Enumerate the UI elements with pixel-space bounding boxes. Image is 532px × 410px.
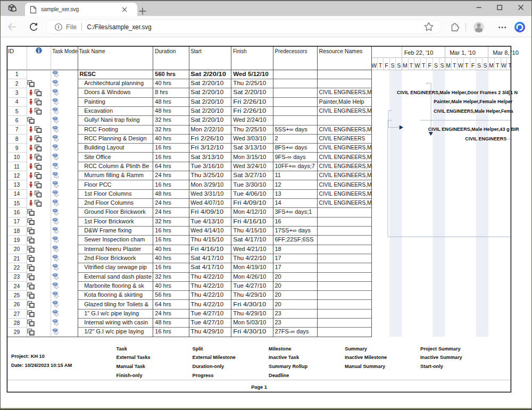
svg-text:8FS+∞ days: 8FS+∞ days xyxy=(275,144,307,150)
svg-text:1st Floor Brickwork: 1st Floor Brickwork xyxy=(84,218,134,224)
svg-text:Sat 3/27/10: Sat 3/27/10 xyxy=(233,172,266,178)
svg-text:T: T xyxy=(410,62,413,69)
svg-text:Wed 3/24/10: Wed 3/24/10 xyxy=(233,163,266,169)
svg-text:Painter,Male Helper,Female Hel: Painter,Male Helper,Female Helper xyxy=(434,99,512,104)
svg-text:48 hrs: 48 hrs xyxy=(155,107,171,114)
svg-text:8: 8 xyxy=(15,136,19,142)
svg-text:32 hrs: 32 hrs xyxy=(155,218,171,224)
svg-text:Mon 4/19/10: Mon 4/19/10 xyxy=(233,264,266,270)
svg-text:28: 28 xyxy=(14,320,20,326)
svg-text:Tue 3/16/10: Tue 3/16/10 xyxy=(190,163,223,169)
svg-text:M: M xyxy=(446,62,451,69)
svg-text:Murrum filling & Ramm: Murrum filling & Ramm xyxy=(84,172,144,178)
svg-text:29: 29 xyxy=(14,329,20,335)
svg-text:17SS+∞ days: 17SS+∞ days xyxy=(275,227,311,233)
svg-text:Duration-only: Duration-only xyxy=(193,364,225,369)
svg-text:M: M xyxy=(489,62,494,69)
svg-text:32 hrs: 32 hrs xyxy=(155,273,171,280)
svg-text:External sand dash plaste: External sand dash plaste xyxy=(84,273,152,280)
svg-text:CIVIL ENGINEERS,M: CIVIL ENGINEERS,M xyxy=(319,144,372,150)
svg-text:Thu 4/29/10: Thu 4/29/10 xyxy=(233,310,266,316)
svg-text:S: S xyxy=(440,62,444,69)
svg-text:Fri 4/16/10: Fri 4/16/10 xyxy=(190,246,223,252)
svg-text:Internal wiring with casin: Internal wiring with casin xyxy=(84,319,148,325)
svg-text:Building Layout: Building Layout xyxy=(84,144,124,150)
svg-text:RCC Column & Plinth Be: RCC Column & Plinth Be xyxy=(84,163,149,169)
svg-text:5: 5 xyxy=(15,108,19,114)
svg-text:Thu 2/25/10: Thu 2/25/10 xyxy=(233,80,266,86)
svg-text:Split: Split xyxy=(193,346,203,352)
svg-text:M: M xyxy=(403,62,408,69)
svg-text:Fri 2/26/10: Fri 2/26/10 xyxy=(233,107,266,114)
svg-text:15: 15 xyxy=(14,200,20,206)
svg-text:Tue 4/27/10: Tue 4/27/10 xyxy=(190,319,223,325)
svg-text:Floor PCC: Floor PCC xyxy=(84,181,111,188)
svg-text:T: T xyxy=(422,62,426,69)
svg-text:24 hrs: 24 hrs xyxy=(155,310,171,316)
svg-text:18: 18 xyxy=(275,246,281,252)
svg-text:Thu 4/15/10: Thu 4/15/10 xyxy=(190,236,223,242)
svg-text:18: 18 xyxy=(14,228,20,234)
svg-text:27FS-∞ days: 27FS-∞ days xyxy=(275,328,310,334)
svg-text:CIVIL ENGINEERS,M: CIVIL ENGINEERS,M xyxy=(319,181,372,188)
svg-text:1" G.I w/c pipe laying: 1" G.I w/c pipe laying xyxy=(84,310,139,316)
svg-text:C:/Files/sample_xer.svg: C:/Files/sample_xer.svg xyxy=(87,23,152,31)
svg-text:CIVIL ENGINEERS,M: CIVIL ENGINEERS,M xyxy=(319,126,372,132)
svg-text:Sewer Inspection cham: Sewer Inspection cham xyxy=(84,236,145,242)
svg-text:4: 4 xyxy=(15,99,19,105)
svg-text:14: 14 xyxy=(14,191,20,197)
svg-text:23: 23 xyxy=(275,310,281,316)
svg-text:2nd Floor Columns: 2nd Floor Columns xyxy=(84,199,134,206)
svg-text:40 hrs: 40 hrs xyxy=(155,255,171,261)
svg-text:6: 6 xyxy=(15,118,19,123)
svg-text:Fri 2/26/10: Fri 2/26/10 xyxy=(190,135,223,141)
svg-text:1: 1 xyxy=(15,71,19,77)
svg-text:F: F xyxy=(428,62,431,69)
svg-text:Finish-only: Finish-only xyxy=(117,373,143,378)
svg-text:Fri 2/26/10: Fri 2/26/10 xyxy=(233,98,266,105)
svg-text:26: 26 xyxy=(14,302,20,307)
svg-text:D&W Frame fixing: D&W Frame fixing xyxy=(84,227,131,233)
svg-text:Sat 4/17/10: Sat 4/17/10 xyxy=(233,236,266,242)
svg-text:Sat 3/13/10: Sat 3/13/10 xyxy=(233,144,266,150)
svg-text:CIVIL ENGINEERS,M: CIVIL ENGINEERS,M xyxy=(319,190,372,197)
svg-text:16: 16 xyxy=(14,210,20,215)
svg-text:Milestone: Milestone xyxy=(269,346,291,352)
svg-text:Doors & Windows: Doors & Windows xyxy=(84,89,131,95)
svg-text:Date: 10/26/2023 10:15 AM: Date: 10/26/2023 10:15 AM xyxy=(11,363,72,368)
svg-text:Mon 3/15/10: Mon 3/15/10 xyxy=(233,154,266,160)
svg-text:56 hrs: 56 hrs xyxy=(155,291,171,298)
svg-text:Sat 4/17/10: Sat 4/17/10 xyxy=(190,255,223,261)
svg-text:3: 3 xyxy=(15,90,19,96)
svg-text:RESC: RESC xyxy=(80,71,96,77)
svg-text:Thu 4/22/10: Thu 4/22/10 xyxy=(190,291,223,298)
svg-text:Fri 4/16/10: Fri 4/16/10 xyxy=(233,218,266,224)
svg-text:W: W xyxy=(415,62,420,69)
svg-text:23: 23 xyxy=(14,274,20,280)
svg-text:W: W xyxy=(501,62,506,69)
svg-text:Mon 3/29/10: Mon 3/29/10 xyxy=(190,181,223,188)
svg-text:Wed 4/07/10: Wed 4/07/10 xyxy=(190,199,223,206)
svg-text:Sat 2/20/10: Sat 2/20/10 xyxy=(233,89,266,95)
svg-text:Thu 4/15/10: Thu 4/15/10 xyxy=(233,227,266,233)
svg-text:CIVIL ENGINEERS,Male Helper,Fe: CIVIL ENGINEERS,Male Helper,Fema xyxy=(434,108,513,114)
svg-text:24 hrs: 24 hrs xyxy=(155,172,171,178)
svg-text:T: T xyxy=(508,62,512,69)
svg-text:16 hrs: 16 hrs xyxy=(155,181,171,188)
svg-text:Thu 4/22/10: Thu 4/22/10 xyxy=(190,282,223,289)
svg-text:20: 20 xyxy=(275,301,281,307)
svg-text:3FS+∞ days;1: 3FS+∞ days;1 xyxy=(275,208,312,215)
svg-text:48 hrs: 48 hrs xyxy=(155,98,171,105)
svg-text:8 hrs: 8 hrs xyxy=(155,89,168,95)
svg-text:CIVIL ENGINEERS,M: CIVIL ENGINEERS,M xyxy=(319,172,372,178)
svg-text:Thu 4/22/10: Thu 4/22/10 xyxy=(190,273,223,280)
svg-text:ID: ID xyxy=(8,48,14,54)
svg-text:Fri 3/12/10: Fri 3/12/10 xyxy=(190,144,223,150)
svg-text:11: 11 xyxy=(14,164,20,170)
svg-text:Task Name: Task Name xyxy=(79,48,105,54)
svg-text:Site Office: Site Office xyxy=(84,154,111,160)
svg-text:Page 1: Page 1 xyxy=(251,384,267,390)
svg-text:S: S xyxy=(484,62,487,69)
svg-text:13: 13 xyxy=(14,182,20,188)
svg-text:24 hrs: 24 hrs xyxy=(155,199,171,206)
